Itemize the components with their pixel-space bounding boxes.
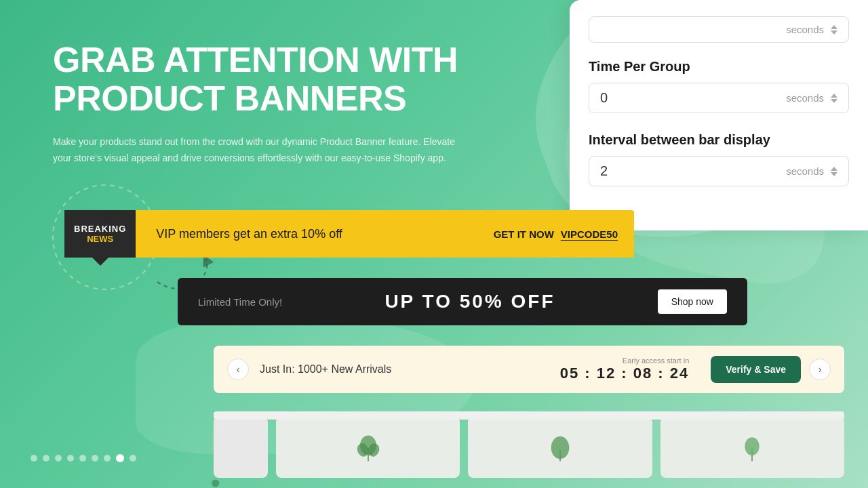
time-per-group-section: Time Per Group 0 seconds <box>589 59 849 113</box>
top-input-row: seconds <box>589 16 849 43</box>
interval-arrow-down-icon[interactable] <box>831 172 837 176</box>
svg-point-6 <box>745 437 760 455</box>
time-per-group-input[interactable]: 0 seconds <box>589 83 849 113</box>
dot-1[interactable] <box>31 455 37 462</box>
top-spin-arrows[interactable] <box>831 25 837 35</box>
interval-section: Interval between bar display 2 seconds <box>589 132 849 186</box>
product-card-1 <box>214 417 268 478</box>
breaking-text: BREAKING <box>74 224 126 234</box>
plant-icon-2 <box>547 429 574 466</box>
sale-text: UP TO 50% OFF <box>384 291 555 312</box>
product-card-2 <box>276 417 460 478</box>
interval-arrows[interactable] <box>831 167 837 176</box>
interval-input[interactable]: 2 seconds <box>589 156 849 186</box>
subtitle: Make your products stand out from the cr… <box>53 134 473 167</box>
plant-icon-3 <box>738 429 766 466</box>
shop-now-button[interactable]: Shop now <box>658 289 727 314</box>
dot-5[interactable] <box>79 455 86 462</box>
time-per-group-label: Time Per Group <box>589 59 849 75</box>
dot-4[interactable] <box>67 455 74 462</box>
new-arrivals-banner: ‹ Just In: 1000+ New Arrivals Early acce… <box>214 346 844 393</box>
interval-arrow-up-icon[interactable] <box>831 167 837 171</box>
banner-message: VIP members get an extra 10% off <box>136 227 477 241</box>
badge-triangle <box>92 258 108 266</box>
next-arrow-button[interactable]: › <box>809 359 831 380</box>
banner-cta: GET IT NOW VIPCODE50 <box>477 228 634 240</box>
product-card-3 <box>468 417 652 478</box>
arrow-up-icon[interactable] <box>831 25 837 29</box>
chevron-right-icon: › <box>818 364 822 375</box>
breaking-news-banner: BREAKING NEWS VIP members get an extra 1… <box>64 210 634 258</box>
dots-indicator <box>31 454 136 462</box>
time-per-group-value: 0 <box>600 90 608 106</box>
dot-2[interactable] <box>43 455 50 462</box>
arrivals-text: Just In: 1000+ New Arrivals <box>249 363 560 375</box>
early-access-section: Early access start in 05 : 12 : 08 : 24 <box>560 357 690 382</box>
early-access-label: Early access start in <box>560 357 690 365</box>
products-area <box>214 417 844 478</box>
top-seconds-label: seconds <box>786 24 824 35</box>
top-seconds-input[interactable]: seconds <box>589 16 849 43</box>
time-per-group-seconds: seconds <box>786 92 824 104</box>
limited-time-text: Limited Time Only! <box>198 296 282 308</box>
time-arrow-up-icon[interactable] <box>831 94 837 98</box>
interval-right: seconds <box>786 165 837 177</box>
main-heading: GRAB ATTENTION WITH PRODUCT BANNERS <box>53 41 528 118</box>
time-per-group-right: seconds <box>786 92 837 104</box>
dot-3[interactable] <box>55 455 62 462</box>
interval-seconds: seconds <box>786 165 824 177</box>
left-content: GRAB ATTENTION WITH PRODUCT BANNERS Make… <box>53 41 528 167</box>
dot-8-active[interactable] <box>116 454 124 462</box>
interval-label: Interval between bar display <box>589 132 849 148</box>
product-card-4 <box>660 417 844 478</box>
right-panel: seconds Time Per Group 0 seconds Interva… <box>570 0 868 230</box>
get-it-now-text: GET IT NOW <box>494 228 554 240</box>
prev-arrow-button[interactable]: ‹ <box>227 359 249 380</box>
news-text: NEWS <box>87 234 113 244</box>
vip-code: VIPCODE50 <box>561 228 618 240</box>
time-per-group-arrows[interactable] <box>831 94 837 103</box>
arrow-down-icon[interactable] <box>831 30 837 35</box>
limited-time-banner: Limited Time Only! UP TO 50% OFF Shop no… <box>178 278 747 325</box>
top-input-right: seconds <box>786 24 837 35</box>
breaking-news-badge: BREAKING NEWS <box>64 210 136 258</box>
chevron-left-icon: ‹ <box>237 364 240 375</box>
svg-point-5 <box>551 436 570 458</box>
verify-save-button[interactable]: Verify & Save <box>711 356 801 383</box>
plant-icon <box>355 429 382 466</box>
time-arrow-down-icon[interactable] <box>831 99 837 103</box>
dot-6[interactable] <box>92 455 98 462</box>
svg-point-1 <box>212 480 219 487</box>
dot-9[interactable] <box>130 455 136 462</box>
interval-value: 2 <box>600 163 608 179</box>
countdown-timer: 05 : 12 : 08 : 24 <box>560 365 690 382</box>
bottom-bar <box>214 411 844 420</box>
dot-7[interactable] <box>104 455 111 462</box>
